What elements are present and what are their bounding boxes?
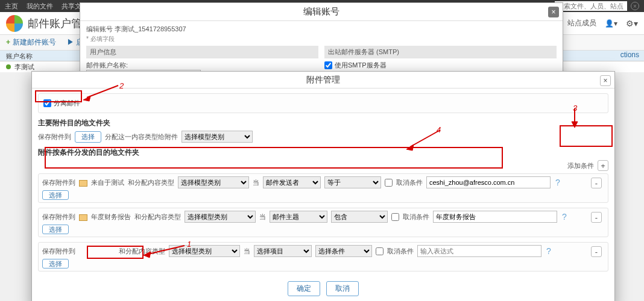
- operator-select[interactable]: 选择条件: [315, 245, 372, 257]
- model-type-select[interactable]: 选择模型类别: [178, 176, 249, 188]
- condition-value-input[interactable]: [417, 245, 541, 257]
- help-icon[interactable]: ?: [555, 178, 560, 187]
- add-condition-button[interactable]: +: [598, 160, 608, 171]
- clear-search-icon[interactable]: ×: [631, 2, 639, 10]
- select-folder-button[interactable]: 选择: [42, 259, 69, 268]
- dialog-title: 附件管理: [306, 75, 340, 85]
- cancel-cond-checkbox[interactable]: [385, 179, 393, 187]
- close-icon[interactable]: ×: [600, 75, 611, 86]
- app-logo-icon: [6, 15, 23, 32]
- help-icon[interactable]: ?: [546, 246, 551, 256]
- select-folder-button[interactable]: 选择: [42, 190, 69, 200]
- model-type-select[interactable]: 选择模型类别: [185, 211, 256, 223]
- use-smtp-checkbox[interactable]: 使用SMTP服务器: [324, 61, 557, 70]
- section-main-dest: 主要附件目的地文件夹: [38, 118, 608, 128]
- cancel-button[interactable]: 取消: [326, 281, 359, 296]
- assign-type-label: 分配这一内容类型给附件: [105, 132, 178, 141]
- field-select[interactable]: 邮件主题: [270, 211, 327, 223]
- field-select[interactable]: 邮件发送者: [263, 176, 321, 188]
- user-avatar-icon[interactable]: 👤▾: [605, 19, 617, 28]
- select-folder-button[interactable]: 选择: [42, 225, 69, 234]
- folder-icon: [79, 180, 87, 187]
- section-userinfo: 用户信息: [86, 46, 318, 58]
- remove-rule-button[interactable]: -: [591, 246, 602, 257]
- dialog-subtitle: 编辑账号 李测试_1541728955307: [86, 25, 557, 34]
- and-type-label: 和分配内容类型: [134, 213, 181, 222]
- model-type-select[interactable]: 选择模型类别: [169, 245, 240, 257]
- cancel-cond-label: 取消条件: [396, 178, 423, 187]
- remove-rule-button[interactable]: -: [591, 178, 602, 188]
- save-to-label: 保存附件到: [42, 247, 75, 256]
- folder-name: 来自于测试: [91, 178, 124, 187]
- save-to-label: 保存附件到: [38, 132, 71, 141]
- when-label: 当: [259, 213, 266, 222]
- field-select[interactable]: 选择项目: [254, 245, 312, 257]
- link-site-members[interactable]: 站点成员: [567, 18, 596, 28]
- use-smtp-input[interactable]: [324, 61, 332, 69]
- operator-select[interactable]: 包含: [331, 211, 388, 223]
- operator-select[interactable]: 等于: [324, 176, 381, 188]
- cancel-cond-checkbox[interactable]: [391, 213, 399, 221]
- model-type-select[interactable]: 选择模型类别: [182, 131, 253, 143]
- section-smtp: 出站邮件服务器 (SMTP): [324, 46, 557, 58]
- add-condition-label: 添加条件: [567, 161, 594, 170]
- folder-name: 年度财务报告: [91, 213, 131, 222]
- column-actions: ctions: [620, 51, 639, 59]
- cancel-cond-label: 取消条件: [403, 213, 429, 222]
- cancel-cond-label: 取消条件: [387, 247, 414, 256]
- save-to-label: 保存附件到: [42, 178, 75, 187]
- condition-value-input[interactable]: [433, 211, 557, 223]
- when-label: 当: [244, 247, 250, 256]
- status-dot-icon: [6, 64, 11, 69]
- cancel-cond-checkbox[interactable]: [376, 247, 384, 255]
- account-name-label: 邮件账户名称:: [86, 61, 318, 70]
- select-folder-button[interactable]: 选择: [75, 131, 101, 143]
- required-note: * 必填字段: [86, 35, 557, 43]
- split-email-checkbox[interactable]: 分离邮件: [43, 99, 603, 108]
- condition-value-input[interactable]: [426, 176, 551, 188]
- nav-home[interactable]: 主页: [5, 2, 18, 11]
- split-email-input[interactable]: [43, 99, 51, 107]
- new-account-button[interactable]: +新建邮件账号: [6, 37, 56, 48]
- settings-gear-icon[interactable]: ⚙▾: [626, 19, 638, 28]
- account-name: 李测试: [14, 63, 34, 72]
- ok-button[interactable]: 确定: [288, 281, 320, 296]
- when-label: 当: [253, 178, 259, 187]
- and-type-label: 和分配内容类型: [119, 247, 165, 256]
- save-to-label: 保存附件到: [42, 213, 75, 222]
- attachment-management-dialog: 附件管理 × 分离邮件 主要附件目的地文件夹 保存附件到 选择 分配这一内容类型…: [31, 71, 615, 301]
- remove-rule-button[interactable]: -: [591, 212, 602, 223]
- and-type-label: 和分配内容类型: [128, 178, 174, 187]
- global-search-input[interactable]: [555, 1, 627, 11]
- close-icon[interactable]: ×: [548, 7, 559, 17]
- nav-myfiles[interactable]: 我的文件: [27, 2, 53, 11]
- section-rules: 附件按条件分发的目的地文件夹: [38, 147, 608, 158]
- help-icon[interactable]: ?: [562, 212, 567, 222]
- dialog-title: 编辑账号: [303, 6, 339, 17]
- folder-icon: [79, 214, 87, 221]
